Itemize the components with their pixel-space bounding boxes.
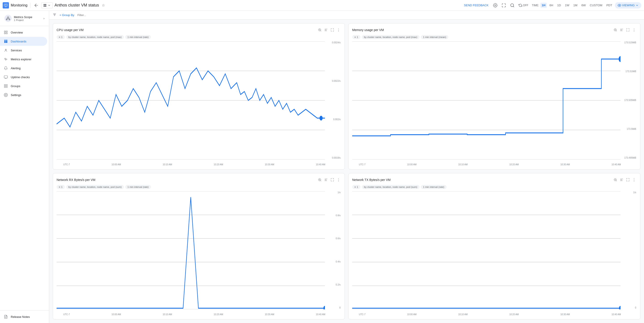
settings-icon: [4, 93, 8, 97]
refresh-button[interactable]: OFF: [517, 3, 530, 8]
tx-legend-button[interactable]: [619, 177, 624, 183]
topbar-divider: [30, 3, 30, 8]
time-label: TIME:: [532, 4, 539, 7]
rx-legend-button[interactable]: [323, 177, 329, 183]
sidebar-nav: Overview Dashboards Services Metrics exp…: [0, 26, 49, 310]
tx-expand-button[interactable]: [625, 177, 630, 183]
memory-chart-header: Memory usage per VM ⋮: [352, 27, 636, 33]
cpu-usage-chart-card: CPU usage per VM ⋮: [53, 23, 345, 170]
network-tx-y-labels: 1/s 0: [621, 191, 636, 309]
memory-more-button[interactable]: ⋮: [632, 27, 636, 33]
tx-zoom-button[interactable]: [613, 177, 618, 183]
star-button[interactable]: ☆: [101, 2, 106, 8]
sidebar-item-release-notes-label: Release Notes: [11, 315, 30, 319]
tx-more-button[interactable]: ⋮: [632, 177, 636, 183]
back-button[interactable]: [33, 2, 39, 8]
tx-tag-interval: 1 min interval (rate): [421, 185, 446, 189]
memory-zoom-button[interactable]: [613, 27, 618, 33]
time-1m-button[interactable]: 1M: [572, 3, 579, 8]
sidebar-item-metrics-explorer[interactable]: Metrics explorer: [0, 55, 47, 64]
memory-expand-button[interactable]: [625, 27, 630, 33]
group-by-button[interactable]: + Group By: [58, 12, 76, 18]
sidebar-item-groups[interactable]: Groups: [0, 81, 47, 90]
svg-rect-16: [4, 40, 6, 41]
network-rx-chart-title: Network RX Bytes/s per VM: [56, 178, 317, 182]
search-button[interactable]: [509, 2, 516, 9]
time-6h-button[interactable]: 6H: [548, 3, 554, 8]
network-tx-chart-card: Network TX Bytes/s per VM ⋮: [348, 173, 640, 320]
send-feedback-button[interactable]: SEND FEEDBACK: [462, 3, 490, 8]
svg-rect-18: [4, 41, 6, 43]
svg-rect-3: [44, 5, 45, 6]
rx-more-button[interactable]: ⋮: [336, 177, 341, 183]
topbar-right: SEND FEEDBACK OFF TIME: 1H 6H 1D 1W 1M 6…: [462, 2, 641, 9]
network-rx-chart-body: 1/s 0.8/s 0.6/s 0.4/s 0.2/s 0 UTC-7 10:0…: [56, 191, 341, 316]
sidebar-item-settings[interactable]: Settings: [0, 90, 47, 99]
time-1d-button[interactable]: 1D: [556, 3, 562, 8]
topbar-left: Monitoring Anthos cluster VM status ☆: [3, 2, 106, 8]
sidebar-item-uptime-checks[interactable]: Uptime checks: [0, 73, 47, 81]
time-1w-button[interactable]: 1W: [564, 3, 571, 8]
svg-point-35: [320, 116, 323, 120]
scope-sub: 1 Project: [14, 19, 41, 21]
svg-rect-21: [4, 76, 8, 78]
cpu-legend-button[interactable]: [323, 27, 329, 33]
sidebar-item-services[interactable]: Services: [0, 46, 47, 55]
memory-usage-chart-card: Memory usage per VM ⋮: [348, 23, 640, 170]
cpu-usage-chart-title: CPU usage per VM: [56, 28, 317, 32]
cpu-y-labels: 0.0024/s 0.0022/s 0.002/s 0.0018/s: [325, 41, 341, 159]
cpu-zoom-button[interactable]: [317, 27, 322, 33]
network-rx-chart-header: Network RX Bytes/s per VM ⋮: [56, 177, 341, 183]
sidebar-item-dashboards[interactable]: Dashboards: [0, 37, 47, 46]
time-custom-button[interactable]: CUSTOM: [588, 3, 604, 8]
rx-tag-label: by cluster name, location, node name, po…: [66, 185, 124, 189]
scope-info: Metrics Scope 1 Project: [14, 15, 41, 21]
breadcrumb-dropdown[interactable]: [41, 2, 53, 8]
scope-avatar: [4, 15, 12, 22]
time-pdt-button[interactable]: PDT: [605, 3, 614, 8]
scope-name: Metrics Scope: [14, 15, 41, 19]
rx-zoom-button[interactable]: [317, 177, 322, 183]
tx-tag-label: by cluster name, location, node name, po…: [362, 185, 420, 189]
memory-y-labels: 173.515MiB 173.51MiB 173.505MiB 173.5MiB…: [621, 41, 636, 159]
scope-arrow-icon: ›: [44, 16, 44, 20]
services-icon: [4, 48, 8, 52]
sidebar-bottom: Release Notes: [0, 310, 49, 323]
svg-rect-2: [45, 4, 46, 5]
cpu-more-button[interactable]: ⋮: [336, 27, 341, 33]
rx-tag-interval: 1 min interval (rate): [125, 185, 151, 189]
sidebar-item-dashboards-label: Dashboards: [11, 40, 26, 43]
network-rx-chart-tags: ≡ 1 by cluster name, location, node name…: [56, 185, 341, 189]
sidebar-top: Metrics Scope 1 Project ›: [0, 11, 49, 26]
svg-rect-22: [4, 84, 5, 85]
time-6w-button[interactable]: 6W: [580, 3, 587, 8]
rx-expand-button[interactable]: [330, 177, 335, 183]
svg-rect-14: [4, 33, 5, 34]
filter-input[interactable]: [77, 13, 640, 17]
sidebar: Metrics Scope 1 Project › Overview Dashb…: [0, 11, 49, 323]
viewing-button[interactable]: VIEWING: [615, 2, 641, 8]
main-layout: Metrics Scope 1 Project › Overview Dashb…: [0, 11, 644, 323]
svg-point-7: [8, 17, 9, 18]
cpu-chart-body: 0.0024/s 0.0022/s 0.002/s 0.0018/s UTC-7…: [56, 41, 341, 166]
fullscreen-button[interactable]: [500, 2, 507, 9]
sidebar-item-release-notes[interactable]: Release Notes: [0, 312, 47, 321]
time-1h-button[interactable]: 1H: [540, 3, 547, 8]
cpu-tag-label: by cluster name, location, node name, po…: [66, 35, 124, 39]
network-rx-y-labels: 1/s 0.8/s 0.6/s 0.4/s 0.2/s 0: [325, 191, 341, 309]
sidebar-item-alerting[interactable]: Alerting: [0, 64, 47, 73]
settings-icon-button[interactable]: [492, 2, 499, 9]
cpu-chart-tags: ≡ 1 by cluster name, location, node name…: [56, 35, 341, 39]
network-rx-x-labels: UTC-7 10:00 AM 10:10 AM 10:20 AM 10:30 A…: [63, 313, 325, 316]
metrics-scope-button[interactable]: Metrics Scope 1 Project ›: [4, 13, 46, 23]
cpu-expand-button[interactable]: [330, 27, 335, 33]
rx-tag-filter: ≡ 1: [56, 185, 65, 189]
alerting-icon: [4, 66, 8, 70]
filter-icon-tag: ≡: [59, 36, 60, 38]
memory-legend-button[interactable]: [619, 27, 624, 33]
tx-tag-filter: ≡ 1: [352, 185, 360, 189]
sidebar-item-settings-label: Settings: [11, 93, 21, 97]
memory-tag-filter: ≡ 1: [352, 35, 360, 39]
sidebar-item-overview[interactable]: Overview: [0, 28, 47, 37]
network-rx-chart-card: Network RX Bytes/s per VM ⋮: [53, 173, 345, 320]
